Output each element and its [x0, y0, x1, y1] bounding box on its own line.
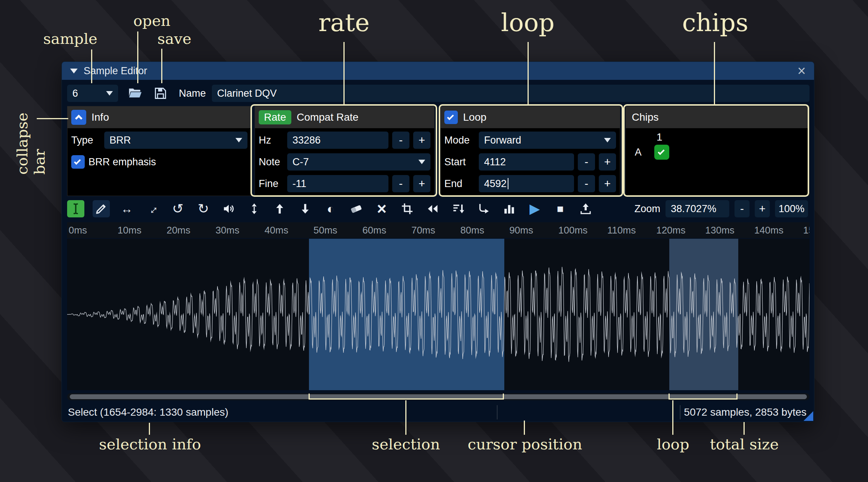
annotation-selection: selection: [367, 436, 444, 453]
ruler-label: 140ms: [754, 225, 783, 236]
amplify-button[interactable]: [220, 200, 237, 217]
ruler-label: 0ms: [69, 225, 87, 236]
info-panel-title: Info: [91, 111, 109, 123]
total-size-text: 5072 samples, 2853 bytes: [684, 406, 807, 418]
annotation-sample: sample: [36, 30, 105, 47]
annotation-line-loop-bottom: [672, 400, 673, 435]
annotation-collapse-bar: collapse bar: [13, 86, 48, 175]
reverse-button[interactable]: [424, 200, 441, 217]
redo-icon: ↻: [198, 202, 209, 216]
resize-grip[interactable]: [804, 411, 813, 421]
ruler-label: 70ms: [411, 225, 435, 236]
play-button[interactable]: ▶: [526, 200, 543, 217]
chevron-up-icon: [75, 115, 82, 122]
sample-header-row: 6 Name Clarinet DQV: [67, 84, 810, 102]
fade-out-button[interactable]: [297, 200, 314, 217]
annotation-line-save: [161, 49, 162, 83]
amplify-icon: [222, 202, 235, 215]
downsample-icon: [452, 202, 465, 215]
ruler-label: 130ms: [705, 225, 735, 236]
type-value: BRR: [109, 135, 131, 146]
annotation-box-rate-panel: [250, 104, 437, 197]
redo-button[interactable]: ↻: [195, 200, 212, 217]
ruler-label: 120ms: [656, 225, 685, 236]
waveform-canvas[interactable]: [67, 239, 810, 390]
ruler-label: 20ms: [166, 225, 190, 236]
save-floppy-icon: [153, 86, 168, 100]
annotation-open: open: [122, 12, 182, 29]
normalize-button[interactable]: [246, 200, 263, 217]
annotation-line-selection-info: [149, 423, 150, 435]
resize-button[interactable]: ↔: [118, 200, 135, 217]
ruler-label: 80ms: [460, 225, 484, 236]
stop-button[interactable]: ■: [552, 200, 569, 217]
delete-button[interactable]: ×: [373, 200, 390, 217]
zoom-out-button[interactable]: -: [735, 200, 750, 217]
ruler-label: 50ms: [313, 225, 337, 236]
reverse-icon: [426, 202, 439, 215]
check-icon: [74, 158, 81, 165]
insert-icon: [477, 202, 490, 215]
window-collapse-icon[interactable]: [70, 69, 78, 73]
downsample-button[interactable]: [450, 200, 467, 217]
invert-button[interactable]: ◐: [322, 200, 339, 217]
annotation-save: save: [146, 30, 202, 47]
brr-emphasis-label: BRR emphasis: [88, 156, 156, 168]
fade-in-icon: [273, 202, 286, 215]
draw-tool-button[interactable]: [93, 200, 110, 217]
ruler-label: 90ms: [509, 225, 533, 236]
window-titlebar[interactable]: Sample Editor ×: [62, 62, 814, 80]
annotation-line-selection: [405, 400, 406, 435]
invert-icon: ◐: [327, 202, 335, 215]
type-label: Type: [71, 135, 100, 146]
annotation-box-loop-panel: [439, 104, 623, 197]
open-button[interactable]: [126, 85, 144, 102]
annotation-line-open: [137, 31, 138, 83]
annotation-bracket-selection: [309, 394, 504, 400]
normalize-icon: [248, 202, 261, 215]
ruler-label: 40ms: [264, 225, 288, 236]
sample-selector[interactable]: 6: [67, 85, 118, 102]
play-icon: ▶: [529, 202, 540, 216]
export-button[interactable]: [577, 200, 594, 217]
insert-button[interactable]: [475, 200, 492, 217]
close-icon[interactable]: ×: [798, 64, 806, 78]
delete-icon: ×: [377, 201, 387, 217]
name-input[interactable]: Clarinet DQV: [212, 85, 810, 102]
silence-icon: [350, 202, 363, 215]
annotation-chips: chips: [673, 8, 757, 37]
trim-icon: [401, 202, 414, 215]
collapse-button[interactable]: [71, 110, 86, 125]
stop-icon: ■: [557, 203, 564, 214]
ruler-label: 10ms: [118, 225, 142, 236]
export-icon: [579, 202, 592, 215]
zoom-value: 38.7027%: [671, 203, 717, 215]
open-folder-icon: [128, 86, 142, 100]
zoom-input[interactable]: 38.7027%: [666, 200, 729, 217]
annotation-line-loop: [528, 42, 529, 104]
info-panel-header: Info: [67, 106, 251, 128]
trim-button[interactable]: [399, 200, 416, 217]
zoom-reset-button[interactable]: 100%: [775, 200, 808, 217]
filter-button[interactable]: [501, 200, 518, 217]
zoom-in-button[interactable]: +: [755, 200, 770, 217]
zoom-controls: Zoom 38.7027% - + 100%: [634, 200, 810, 217]
resample-button[interactable]: ↔: [144, 200, 161, 217]
waveform-area[interactable]: [67, 239, 810, 390]
save-button[interactable]: [152, 85, 169, 102]
annotation-line-chips: [714, 42, 715, 104]
select-tool-button[interactable]: [67, 200, 84, 217]
screenshot-stage: Sample Editor × 6 Name: [0, 0, 868, 482]
annotation-cursor-position: cursor position: [467, 436, 583, 453]
silence-button[interactable]: [348, 200, 365, 217]
brr-emphasis-checkbox[interactable]: [71, 155, 85, 169]
filter-icon: [503, 202, 516, 215]
chevron-down-icon: [106, 91, 113, 96]
annotation-total-size: total size: [703, 436, 786, 453]
selection-info-text: Select (1654-2984: 1330 samples): [68, 406, 228, 418]
annotation-line-sample: [91, 49, 92, 83]
type-dropdown[interactable]: BRR: [104, 132, 247, 149]
fade-in-button[interactable]: [271, 200, 288, 217]
undo-button[interactable]: ↺: [169, 200, 186, 217]
status-separator: [497, 405, 498, 419]
